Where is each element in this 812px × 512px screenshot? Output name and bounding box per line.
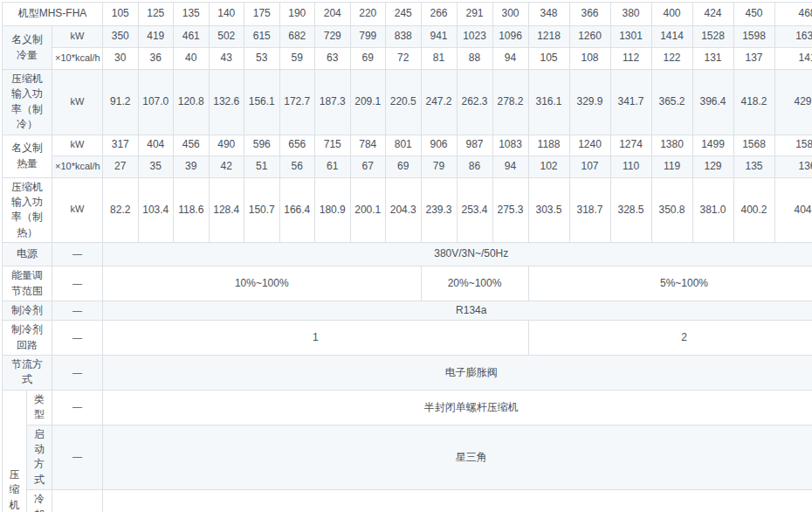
value-cell: 59 (279, 48, 315, 70)
value-cell: 122 (651, 48, 692, 70)
row-label-compressor-type: 类型 (27, 390, 52, 425)
value-cell: 291 (457, 3, 492, 26)
value-cell: 429.8 (774, 70, 812, 135)
value-cell: 61 (315, 156, 351, 177)
row-cooling-capacity-kcal: ×10*kcal/h 30364043535963697281889410510… (3, 48, 812, 70)
value-cell: 209.1 (350, 70, 386, 135)
row-cooling-power: 压缩机输入功率（制冷） kW 91.2107.0120.8132.6156.11… (3, 70, 812, 135)
value-cell: 200.1 (350, 177, 386, 243)
value-cell: 166.4 (279, 177, 315, 243)
value-cell: 1240 (569, 135, 610, 156)
value-cell: 135 (733, 156, 774, 177)
value-cell: 729 (315, 26, 351, 48)
row-label-cooling-power: 压缩机输入功率（制冷） (3, 70, 52, 135)
unit-cell-kw: kW (52, 177, 103, 243)
value-cell: 172.7 (279, 70, 315, 135)
value-cell: 39 (174, 156, 210, 177)
row-label-power-supply: 电源 (3, 243, 52, 266)
value-cell: 35 (138, 156, 174, 177)
unit-cell-kw: kW (52, 135, 103, 156)
value-cell: 461 (174, 26, 210, 48)
value-cell: 131 (692, 48, 733, 70)
value-cell: 118.6 (174, 177, 210, 243)
value-cell: 67 (350, 156, 386, 177)
row-compressor-start-mode: 启动方式 — 星三角 (3, 425, 812, 490)
value-cell: 137 (733, 48, 774, 70)
value-cell: 1568 (733, 135, 774, 156)
value-cell: 135 (174, 3, 210, 26)
value-cell: 125 (138, 3, 174, 26)
row-label-heating-capacity: 名义制热量 (3, 135, 52, 177)
value-cell: 140 (209, 3, 244, 26)
value-cell: 300 (492, 3, 528, 26)
value-cell: 784 (350, 135, 386, 156)
unit-cell-dash: — (52, 266, 103, 301)
value-cell: 42 (209, 156, 244, 177)
row-label-refrigerant-circuits: 制冷剂回路 (3, 321, 52, 356)
value-cell: 400.2 (733, 177, 774, 243)
unit-cell-kw: kW (52, 26, 103, 48)
value-cell: 341.7 (610, 70, 651, 135)
value-cell: 1188 (528, 135, 569, 156)
unit-cell-dash: — (52, 490, 103, 512)
value-cell: 187.3 (315, 70, 351, 135)
row-compressor-type: 压缩机 类型 — 半封闭单螺杆压缩机 (3, 390, 812, 425)
value-throttling: 电子膨胀阀 (103, 356, 812, 391)
value-cell: 1598 (733, 26, 774, 48)
value-cell: 682 (279, 26, 315, 48)
value-cell: 110 (610, 156, 651, 177)
row-heating-capacity-kw: 名义制热量 kW 3174044564905966567157848019069… (3, 135, 812, 156)
value-cell: 51 (244, 156, 280, 177)
value-cell: 262.3 (457, 70, 492, 135)
value-cell: 941 (421, 26, 457, 48)
value-cell: 468 (774, 3, 812, 26)
row-heating-capacity-kcal: ×10*kcal/h 27353942515661676979869410210… (3, 156, 812, 177)
spec-table: 机型MHS-FHA 105125135140175190204220245266… (2, 2, 812, 512)
unit-cell-dash: — (52, 301, 103, 320)
value-capacity-range-1: 10%~100% (103, 266, 422, 301)
value-cell: 396.4 (692, 70, 733, 135)
row-throttling: 节流方式 — 电子膨胀阀 (3, 356, 812, 391)
value-cell: 656 (279, 135, 315, 156)
value-power-supply: 380V/3N~/50Hz (103, 243, 812, 266)
value-cell: 456 (174, 135, 210, 156)
value-cell: 424 (692, 3, 733, 26)
value-cell: 419 (138, 26, 174, 48)
value-cell: 266 (421, 3, 457, 26)
value-cell: 86 (457, 156, 492, 177)
spec-table-viewport: 机型MHS-FHA 105125135140175190204220245266… (0, 0, 812, 512)
value-cell: 136 (774, 156, 812, 177)
value-cell: 91.2 (103, 70, 139, 135)
value-cell: 1636 (774, 26, 812, 48)
value-cell: 190 (279, 3, 315, 26)
value-cell: 278.2 (492, 70, 528, 135)
value-cell: 204.3 (386, 177, 422, 243)
value-cell: 801 (386, 135, 422, 156)
value-cell: 180.9 (315, 177, 351, 243)
value-cell: 1528 (692, 26, 733, 48)
row-refrigerant-circuits: 制冷剂回路 — 1 2 (3, 321, 812, 356)
value-cell: 1218 (528, 26, 569, 48)
value-cell: 105 (528, 48, 569, 70)
value-cell: 1260 (569, 26, 610, 48)
row-label-compressor-start: 启动方式 (27, 425, 52, 490)
value-cell: 987 (457, 135, 492, 156)
value-cell: 317 (103, 135, 139, 156)
value-cell: 502 (209, 26, 244, 48)
value-compressor-type: 半封闭单螺杆压缩机 (103, 390, 812, 425)
value-cell: 1096 (492, 26, 528, 48)
value-cell: 88 (457, 48, 492, 70)
value-cell: 245 (386, 3, 422, 26)
value-cell: 404.8 (774, 177, 812, 243)
row-compressor-cooling-mode: 冷却方式 — 制冷剂冷却 (3, 490, 812, 512)
group-label-compressor: 压缩机 (3, 390, 27, 512)
value-cell: 53 (244, 48, 280, 70)
unit-cell-dash: — (52, 425, 103, 490)
value-cell: 596 (244, 135, 280, 156)
value-cell: 43 (209, 48, 244, 70)
row-label-refrigerant: 制冷剂 (3, 301, 52, 320)
value-cell: 94 (492, 48, 528, 70)
value-cell: 69 (350, 48, 386, 70)
value-cell: 906 (421, 135, 457, 156)
value-cell: 102 (528, 156, 569, 177)
